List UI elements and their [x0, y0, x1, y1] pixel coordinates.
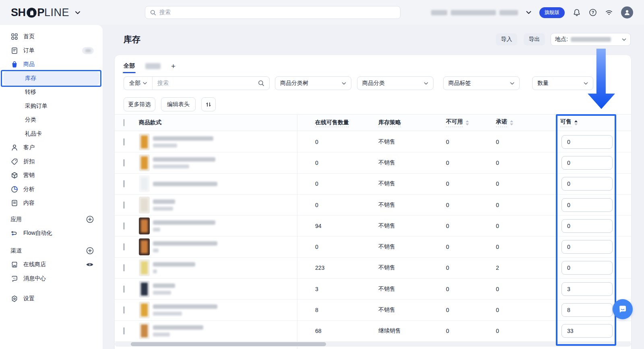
sidebar-item-库存[interactable]: 库存 [0, 72, 103, 86]
tab-blurred[interactable] [145, 63, 161, 69]
sidebar-item-折扣[interactable]: 折扣 [0, 155, 103, 169]
sellable-input[interactable] [561, 240, 613, 254]
sidebar-item-消息中心[interactable]: 消息中心 [0, 272, 103, 286]
export-button[interactable]: 导出 [524, 33, 545, 45]
orders-count-badge-blurred [82, 47, 94, 54]
store-name-blurred[interactable] [431, 10, 518, 15]
sidebar-item-商品[interactable]: 商品 [0, 57, 103, 72]
sidebar-item-转移[interactable]: 转移 [0, 85, 103, 99]
online-qty-value: 3 [297, 286, 364, 292]
sidebar-item-分析[interactable]: 分析 [0, 183, 103, 197]
online-qty-value: 0 [297, 244, 364, 250]
global-search-input[interactable]: 搜索 [145, 6, 400, 19]
row-checkbox[interactable] [124, 285, 124, 293]
policy-value: 不销售 [364, 222, 433, 230]
row-checkbox[interactable] [124, 306, 124, 314]
user-avatar[interactable] [621, 6, 633, 18]
sort-carets-icon[interactable] [466, 120, 469, 125]
location-value-blurred [571, 37, 611, 42]
sort-carets-icon[interactable] [510, 120, 513, 125]
sidebar-item-首页[interactable]: 首页 [0, 30, 103, 44]
add-view-button[interactable]: + [171, 62, 175, 70]
row-checkbox[interactable] [124, 159, 124, 166]
sidebar-item-Flow自动化[interactable]: Flow自动化 [0, 226, 103, 240]
topbar: SH P LINE 搜索 旗舰版 ? [0, 0, 644, 25]
select-all-checkbox[interactable] [124, 119, 124, 126]
sidebar-item-设置[interactable]: 设置 [0, 292, 103, 306]
unavailable-value: 0 [433, 181, 481, 187]
horizontal-scrollbar[interactable] [115, 341, 631, 347]
sidebar-section-应用: 应用 [0, 213, 103, 227]
table-body: 0不销售000不销售000不销售000不销售0094不销售000不销售00223… [115, 131, 631, 342]
network-wifi-icon[interactable] [605, 8, 613, 16]
store-switch-chevron-icon[interactable] [75, 11, 80, 14]
add-icon[interactable] [86, 247, 94, 255]
online-qty-value: 8 [297, 307, 364, 313]
sidebar-item-在线商店[interactable]: 在线商店 [0, 258, 103, 272]
account-chevron-icon[interactable] [526, 11, 531, 14]
committed-value: 0 [481, 307, 531, 313]
chat-support-button[interactable] [613, 299, 633, 319]
logo-text: SH [11, 6, 26, 19]
scope-select[interactable]: 全部 [124, 77, 153, 90]
chevron-down-icon [622, 38, 626, 41]
sidebar-item-分类[interactable]: 分类 [0, 113, 103, 127]
sellable-input[interactable] [561, 219, 613, 233]
chevron-down-icon [510, 82, 514, 85]
tab-all[interactable]: 全部 [124, 62, 135, 70]
filter-dropdown-商品标签[interactable]: 商品标签 [443, 76, 520, 90]
row-checkbox[interactable] [124, 180, 124, 187]
import-button[interactable]: 导入 [496, 33, 517, 45]
sort-carets-icon-active[interactable] [574, 120, 578, 125]
row-checkbox[interactable] [124, 138, 124, 146]
sidebar-item-订单[interactable]: 订单 [0, 44, 103, 58]
orders-icon [10, 47, 18, 54]
sort-button[interactable] [201, 97, 216, 111]
committed-value: 2 [481, 265, 531, 271]
sellable-input[interactable] [561, 198, 613, 212]
sellable-input[interactable] [561, 135, 613, 149]
eye-icon[interactable] [86, 262, 94, 267]
policy-value: 不销售 [364, 201, 433, 209]
sidebar-item-营销[interactable]: 营销 [0, 168, 103, 183]
filter-search-input[interactable]: 搜索 [153, 80, 269, 87]
sellable-input[interactable] [561, 177, 613, 191]
location-select[interactable]: 地点: [551, 33, 631, 46]
sidebar-item-采购订单[interactable]: 采购订单 [0, 99, 103, 113]
committed-value: 0 [481, 223, 531, 229]
product-thumbnail [139, 281, 150, 298]
product-name-blurred [153, 241, 217, 253]
sellable-input[interactable] [561, 156, 613, 170]
sellable-input[interactable] [561, 261, 613, 275]
horizontal-scrollbar-thumb[interactable] [131, 342, 326, 346]
edit-headers-button[interactable]: 编辑表头 [161, 97, 196, 111]
online-qty-value: 0 [297, 202, 364, 208]
flow-icon [10, 230, 18, 237]
settings-icon [10, 295, 18, 303]
notifications-bell-icon[interactable] [573, 8, 581, 16]
sidebar-item-客户[interactable]: 客户 [0, 141, 103, 155]
sellable-input[interactable] [561, 282, 613, 296]
more-filters-button[interactable]: 更多筛选 [124, 97, 155, 111]
row-checkbox[interactable] [124, 243, 124, 250]
row-checkbox[interactable] [124, 264, 124, 271]
row-checkbox[interactable] [124, 201, 124, 209]
product-name-blurred [153, 182, 217, 186]
help-icon[interactable]: ? [589, 8, 597, 16]
inventory-card: 全部 + 全部 搜索 商品分类树商品分类商品标签数量 更多筛选 编辑表头 商品款… [115, 55, 631, 349]
svg-text:?: ? [592, 10, 594, 15]
filter-dropdown-数量[interactable]: 数量 [532, 76, 593, 90]
row-checkbox[interactable] [124, 222, 124, 230]
policy-value: 不销售 [364, 138, 433, 146]
filter-dropdown-商品分类[interactable]: 商品分类 [357, 76, 433, 90]
filter-dropdown-商品分类树[interactable]: 商品分类树 [275, 76, 351, 90]
sellable-input[interactable] [561, 303, 613, 317]
sidebar-item-礼品卡[interactable]: 礼品卡 [0, 127, 103, 141]
product-thumbnail [139, 133, 150, 150]
add-icon[interactable] [86, 216, 94, 223]
shopline-logo[interactable]: SH P LINE [11, 6, 80, 19]
sellable-input[interactable] [561, 324, 613, 338]
product-name-blurred [153, 262, 195, 273]
sidebar-item-内容[interactable]: 内容 [0, 196, 103, 210]
row-checkbox[interactable] [124, 327, 124, 335]
